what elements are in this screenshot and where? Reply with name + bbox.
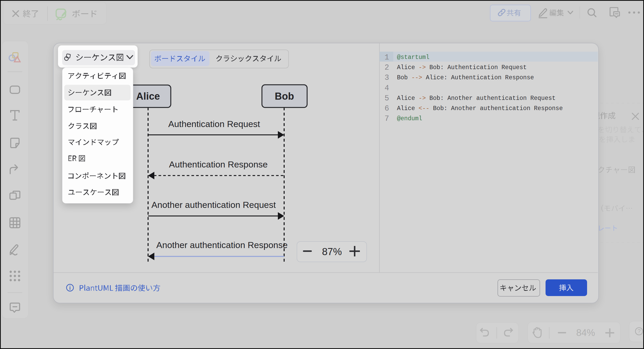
svg-text:?: ?: [637, 328, 641, 334]
svg-text:Bob: Bob: [275, 91, 294, 102]
svg-text:Authentication Request: Authentication Request: [168, 119, 260, 129]
svg-text:Another authentication Request: Another authentication Request: [151, 200, 276, 210]
svg-text:Alice: Alice: [136, 91, 160, 102]
svg-text:Another authentication Respons: Another authentication Response: [156, 240, 288, 250]
svg-text:Authentication Response: Authentication Response: [169, 159, 268, 169]
